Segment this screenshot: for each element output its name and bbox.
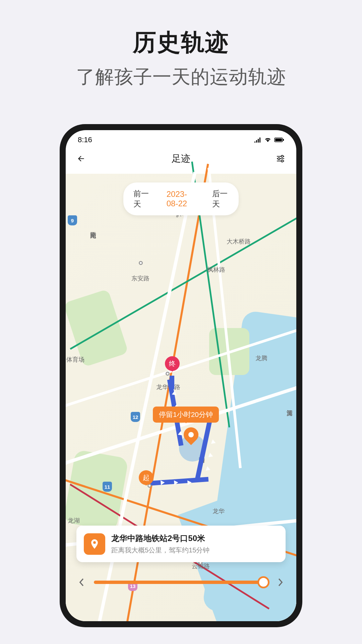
page-title: 历史轨迹 — [0, 27, 362, 58]
date-selector: 前一天 2023-08-22 后一天 — [123, 182, 239, 215]
location-title: 龙华中路地铁站2号口50米 — [111, 533, 209, 544]
road-label: 龙华 — [213, 507, 225, 515]
back-button[interactable] — [76, 153, 87, 164]
svg-point-6 — [278, 158, 280, 160]
start-pin-icon: 起 — [139, 470, 154, 485]
timeline — [76, 576, 286, 588]
location-pin-icon — [84, 533, 105, 555]
signal-icon — [254, 137, 261, 143]
next-day-button[interactable]: 后一天 — [212, 189, 229, 209]
route-shield-9: 9 — [68, 215, 77, 225]
svg-rect-2 — [283, 139, 284, 141]
route-shield-12: 12 — [131, 412, 140, 422]
road-label: 龙腾 — [255, 354, 267, 362]
settings-button[interactable] — [275, 153, 286, 164]
screen: 8:16 足迹 — [66, 130, 296, 621]
stay-tooltip: 停留1小时20分钟 — [153, 407, 219, 423]
location-subtitle: 距离我大概5公里，驾车约15分钟 — [111, 546, 209, 555]
road-label: 枫林路 — [207, 266, 225, 274]
svg-rect-1 — [275, 139, 282, 141]
location-card[interactable]: 龙华中路地铁站2号口50米 距离我大概5公里，驾车约15分钟 — [76, 526, 286, 562]
nav-bar: 足迹 — [66, 148, 296, 172]
status-bar: 8:16 — [66, 130, 296, 148]
timeline-thumb[interactable] — [257, 576, 269, 588]
route-arrow-icon — [210, 437, 216, 444]
route-shield-11: 11 — [103, 482, 112, 492]
svg-point-4 — [281, 155, 283, 157]
start-marker[interactable]: 起 — [139, 470, 154, 485]
phone-frame: 8:16 足迹 — [60, 124, 302, 627]
metro-node — [166, 372, 170, 376]
timeline-next-button[interactable] — [274, 576, 286, 588]
timeline-slider[interactable] — [94, 581, 268, 584]
route-arrow-icon — [207, 450, 213, 457]
svg-point-8 — [281, 160, 283, 162]
prev-day-button[interactable]: 前一天 — [133, 189, 150, 209]
nav-title: 足迹 — [172, 152, 190, 165]
timeline-prev-button[interactable] — [76, 576, 88, 588]
route-arrow-icon — [172, 388, 178, 395]
road-label: 龙湖 — [68, 517, 80, 525]
route-arrow-icon — [161, 480, 167, 485]
end-pin-icon: 终 — [165, 356, 180, 371]
status-time: 8:16 — [78, 136, 92, 144]
wifi-icon — [264, 137, 272, 143]
end-marker[interactable]: 终 — [165, 356, 180, 371]
route-arrow-icon — [178, 428, 184, 435]
road-label: 体育场 — [66, 356, 84, 364]
battery-icon — [274, 137, 284, 143]
map[interactable]: 斜士路 大木桥路 枫林路 东安路 宛平南路 体育场 龙腾 龙华中路 龙华 瑞宁路… — [66, 174, 296, 621]
current-date[interactable]: 2023-08-22 — [167, 190, 196, 208]
page-subtitle: 了解孩子一天的运动轨迹 — [0, 64, 362, 90]
road-label: 东安路 — [131, 274, 149, 282]
status-icons — [254, 137, 284, 143]
metro-node — [139, 261, 143, 265]
route-arrow-icon — [187, 480, 194, 485]
route-segment — [170, 376, 174, 389]
route-arrow-icon — [174, 480, 181, 485]
road-label: 大木桥路 — [227, 237, 251, 246]
route-arrow-icon — [204, 464, 210, 471]
